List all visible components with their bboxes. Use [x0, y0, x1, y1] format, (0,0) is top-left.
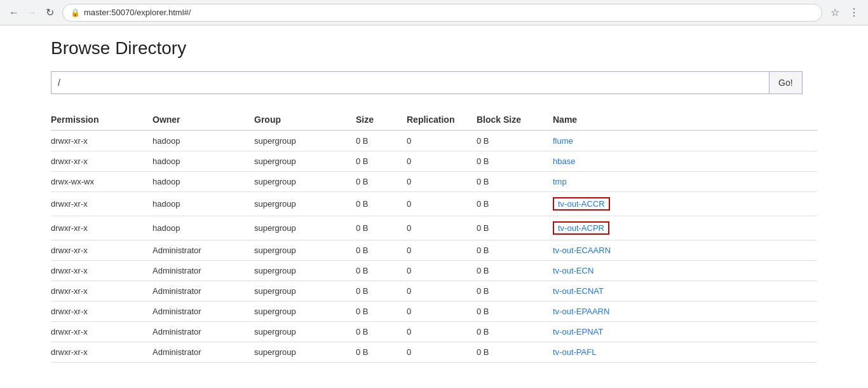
- directory-link[interactable]: tmp: [553, 177, 567, 186]
- cell-replication: 0: [407, 192, 477, 216]
- table-row: drwxr-xr-x hadoop supergroup 0 B 0 0 B h…: [51, 151, 817, 172]
- cell-replication: 0: [407, 342, 477, 363]
- table-row: drwxr-xr-x Administrator supergroup 0 B …: [51, 261, 817, 281]
- page-content: Browse Directory Go! Permission Owner Gr…: [0, 25, 868, 375]
- cell-replication: 0: [407, 301, 477, 322]
- cell-replication: 0: [407, 261, 477, 281]
- header-group: Group: [254, 109, 356, 130]
- cell-owner: hadoop: [153, 130, 254, 151]
- table-header-row: Permission Owner Group Size Replication …: [51, 109, 817, 130]
- cell-replication: 0: [407, 151, 477, 172]
- cell-size: 0 B: [356, 130, 407, 151]
- cell-owner: Administrator: [153, 240, 254, 261]
- cell-owner: Administrator: [153, 261, 254, 281]
- cell-owner: hadoop: [153, 172, 254, 192]
- cell-blocksize: 0 B: [477, 216, 553, 240]
- bookmark-button[interactable]: ☆: [827, 5, 843, 20]
- cell-owner: Administrator: [153, 281, 254, 301]
- cell-name: tv-out-EPNAT: [553, 322, 817, 342]
- cell-group: supergroup: [254, 172, 356, 192]
- directory-link[interactable]: tv-out-ECN: [553, 266, 593, 275]
- reload-button[interactable]: ↻: [42, 5, 57, 20]
- header-size: Size: [356, 109, 407, 130]
- directory-link[interactable]: tv-out-EPAARN: [553, 307, 609, 316]
- cell-size: 0 B: [356, 172, 407, 192]
- cell-permission: drwxr-xr-x: [51, 261, 153, 281]
- cell-replication: 0: [407, 130, 477, 151]
- cell-permission: drwxr-xr-x: [51, 240, 153, 261]
- cell-group: supergroup: [254, 151, 356, 172]
- back-button[interactable]: ←: [6, 5, 22, 20]
- header-blocksize: Block Size: [477, 109, 553, 130]
- cell-replication: 0: [407, 216, 477, 240]
- directory-table: Permission Owner Group Size Replication …: [51, 109, 817, 363]
- table-row: drwx-wx-wx hadoop supergroup 0 B 0 0 B t…: [51, 172, 817, 192]
- cell-group: supergroup: [254, 301, 356, 322]
- directory-link[interactable]: tv-out-EPNAT: [553, 327, 603, 336]
- table-row: drwxr-xr-x Administrator supergroup 0 B …: [51, 322, 817, 342]
- cell-permission: drwxr-xr-x: [51, 301, 153, 322]
- cell-group: supergroup: [254, 322, 356, 342]
- directory-link[interactable]: tv-out-ACCR: [553, 197, 610, 211]
- cell-owner: hadoop: [153, 216, 254, 240]
- cell-blocksize: 0 B: [477, 130, 553, 151]
- directory-link[interactable]: flume: [553, 136, 573, 146]
- cell-blocksize: 0 B: [477, 301, 553, 322]
- table-row: drwxr-xr-x Administrator supergroup 0 B …: [51, 301, 817, 322]
- search-row: Go!: [51, 71, 817, 94]
- forward-button[interactable]: →: [24, 5, 39, 20]
- table-row: drwxr-xr-x hadoop supergroup 0 B 0 0 B f…: [51, 130, 817, 151]
- cell-name: tv-out-ECAARN: [553, 240, 817, 261]
- directory-link[interactable]: tv-out-ECNAT: [553, 286, 604, 296]
- cell-name: tmp: [553, 172, 817, 192]
- cell-replication: 0: [407, 322, 477, 342]
- header-name: Name: [553, 109, 817, 130]
- cell-replication: 0: [407, 281, 477, 301]
- header-owner: Owner: [153, 109, 254, 130]
- cell-permission: drwxr-xr-x: [51, 192, 153, 216]
- cell-name: tv-out-PAFL: [553, 342, 817, 363]
- cell-size: 0 B: [356, 301, 407, 322]
- cell-name: hbase: [553, 151, 817, 172]
- cell-size: 0 B: [356, 192, 407, 216]
- cell-name: tv-out-ACPR: [553, 216, 817, 240]
- table-row: drwxr-xr-x hadoop supergroup 0 B 0 0 B t…: [51, 192, 817, 216]
- cell-blocksize: 0 B: [477, 192, 553, 216]
- header-permission: Permission: [51, 109, 153, 130]
- cell-group: supergroup: [254, 342, 356, 363]
- cell-name: tv-out-ACCR: [553, 192, 817, 216]
- cell-blocksize: 0 B: [477, 172, 553, 192]
- cell-size: 0 B: [356, 281, 407, 301]
- cell-group: supergroup: [254, 240, 356, 261]
- cell-replication: 0: [407, 172, 477, 192]
- cell-permission: drwxr-xr-x: [51, 130, 153, 151]
- table-row: drwxr-xr-x hadoop supergroup 0 B 0 0 B t…: [51, 216, 817, 240]
- menu-button[interactable]: ⋮: [846, 5, 862, 20]
- directory-link[interactable]: hbase: [553, 156, 575, 166]
- cell-size: 0 B: [356, 240, 407, 261]
- url-input[interactable]: [84, 8, 814, 17]
- directory-link[interactable]: tv-out-ECAARN: [553, 246, 611, 255]
- cell-replication: 0: [407, 240, 477, 261]
- cell-blocksize: 0 B: [477, 240, 553, 261]
- cell-size: 0 B: [356, 151, 407, 172]
- cell-size: 0 B: [356, 216, 407, 240]
- nav-buttons: ← → ↻: [6, 5, 57, 20]
- cell-size: 0 B: [356, 322, 407, 342]
- table-row: drwxr-xr-x Administrator supergroup 0 B …: [51, 342, 817, 363]
- cell-blocksize: 0 B: [477, 151, 553, 172]
- cell-blocksize: 0 B: [477, 342, 553, 363]
- cell-permission: drwxr-xr-x: [51, 322, 153, 342]
- cell-name: tv-out-EPAARN: [553, 301, 817, 322]
- cell-group: supergroup: [254, 130, 356, 151]
- cell-group: supergroup: [254, 216, 356, 240]
- directory-link[interactable]: tv-out-ACPR: [553, 221, 609, 235]
- go-button[interactable]: Go!: [769, 71, 803, 94]
- path-input[interactable]: [51, 71, 769, 94]
- cell-name: tv-out-ECNAT: [553, 281, 817, 301]
- browser-actions: ☆ ⋮: [827, 5, 862, 20]
- directory-link[interactable]: tv-out-PAFL: [553, 347, 596, 357]
- table-row: drwxr-xr-x Administrator supergroup 0 B …: [51, 240, 817, 261]
- cell-permission: drwxr-xr-x: [51, 216, 153, 240]
- cell-size: 0 B: [356, 342, 407, 363]
